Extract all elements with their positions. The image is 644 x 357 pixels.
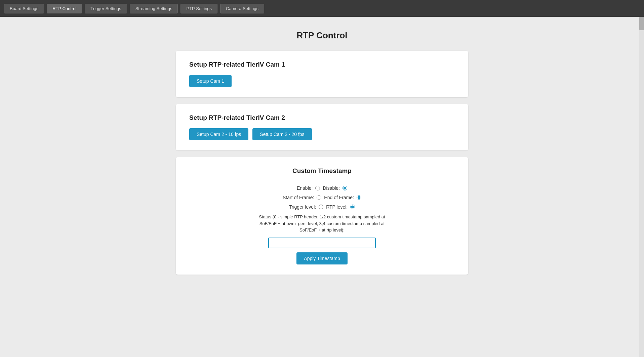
main-content: RTP Control Setup RTP-related TierIV Cam… — [0, 17, 644, 357]
enable-disable-row: Enable: Disable: — [189, 185, 455, 191]
status-input[interactable] — [268, 238, 376, 248]
nav-trigger-settings-button[interactable]: Trigger Settings — [85, 4, 127, 13]
nav-board-settings-button[interactable]: Board Settings — [4, 4, 44, 13]
status-description: Status (0 - simple RTP header, 1/2 custo… — [251, 214, 393, 234]
trigger-level-radio[interactable] — [319, 205, 323, 209]
end-of-frame-radio[interactable] — [357, 195, 361, 200]
timestamp-card-title: Custom Timestamp — [292, 167, 352, 175]
level-row: Trigger level: RTP level: — [189, 204, 455, 210]
setup-cam2-20fps-button[interactable]: Setup Cam 2 - 20 fps — [252, 128, 312, 140]
page-title: RTP Control — [7, 30, 637, 41]
cam1-card-title: Setup RTP-related TierIV Cam 1 — [189, 61, 455, 68]
setup-cam1-button[interactable]: Setup Cam 1 — [189, 75, 232, 87]
timestamp-section: Custom Timestamp Enable: Disable: Start … — [189, 167, 455, 264]
apply-timestamp-button[interactable]: Apply Timestamp — [296, 252, 347, 264]
enable-label: Enable: — [297, 185, 313, 191]
custom-timestamp-card: Custom Timestamp Enable: Disable: Start … — [176, 157, 468, 275]
nav-camera-settings-button[interactable]: Camera Settings — [220, 4, 264, 13]
end-of-frame-label: End of Frame: — [324, 195, 354, 200]
nav-streaming-settings-button[interactable]: Streaming Settings — [130, 4, 178, 13]
rtp-level-label: RTP level: — [326, 204, 348, 210]
disable-radio[interactable] — [343, 186, 347, 190]
cam1-card-buttons: Setup Cam 1 — [189, 75, 455, 87]
cam2-card-buttons: Setup Cam 2 - 10 fps Setup Cam 2 - 20 fp… — [189, 128, 455, 140]
nav-ptp-settings-button[interactable]: PTP Settings — [180, 4, 217, 13]
start-of-frame-radio[interactable] — [317, 195, 321, 200]
cam1-card: Setup RTP-related TierIV Cam 1 Setup Cam… — [176, 51, 468, 97]
scrollbar[interactable] — [639, 17, 644, 357]
frame-row: Start of Frame: End of Frame: — [189, 195, 455, 200]
cam2-card: Setup RTP-related TierIV Cam 2 Setup Cam… — [176, 104, 468, 150]
trigger-level-label: Trigger level: — [289, 204, 316, 210]
start-of-frame-label: Start of Frame: — [283, 195, 314, 200]
cam2-card-title: Setup RTP-related TierIV Cam 2 — [189, 114, 455, 121]
scrollbar-thumb[interactable] — [639, 17, 644, 30]
nav-rtp-control-button[interactable]: RTP Control — [47, 4, 82, 13]
navbar: Board Settings RTP Control Trigger Setti… — [0, 0, 644, 17]
setup-cam2-10fps-button[interactable]: Setup Cam 2 - 10 fps — [189, 128, 248, 140]
disable-label: Disable: — [323, 185, 340, 191]
rtp-level-radio[interactable] — [350, 205, 355, 209]
enable-radio[interactable] — [315, 186, 320, 190]
